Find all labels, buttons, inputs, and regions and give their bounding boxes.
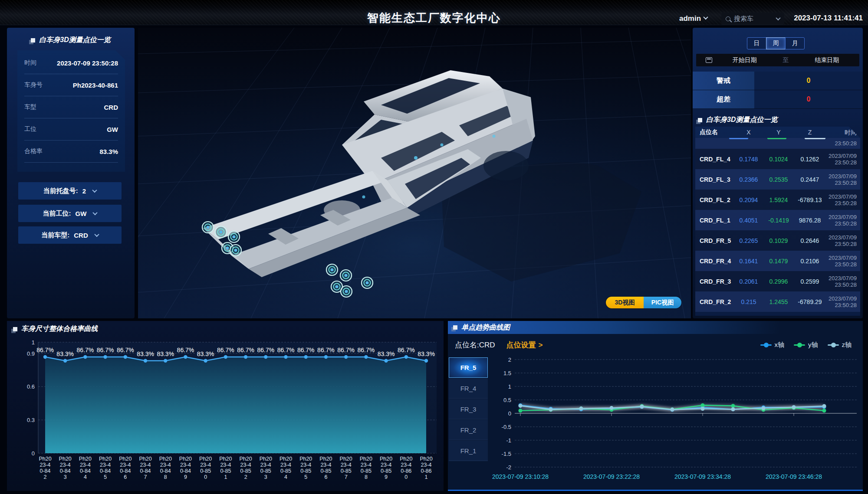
table-row[interactable]: CRD_FL_4 0.1748 0.1024 0.1262 2023/07/09… xyxy=(695,149,860,169)
cell-point-name: CRD_FR_2 xyxy=(695,298,733,305)
table-row[interactable]: CRD_FR_5 0.2265 0.1029 0.2646 2023/07/09… xyxy=(695,230,860,251)
cell-z: 0.2447 xyxy=(793,176,826,183)
table-row[interactable]: CRD_FR_2 0.215 1.2455 -6789.29 2023/07/0… xyxy=(695,291,860,312)
cell-z: -6789.29 xyxy=(793,298,826,305)
data-point[interactable] xyxy=(731,404,735,408)
data-point[interactable] xyxy=(701,407,705,411)
station-selector-value: GW xyxy=(76,210,87,217)
info-value: Ph2023-40-861 xyxy=(73,82,118,89)
search-icon xyxy=(726,16,730,21)
cell-z: 0.2599 xyxy=(793,278,826,285)
data-point[interactable] xyxy=(671,408,674,412)
data-point[interactable] xyxy=(519,409,523,412)
model-selector[interactable]: 当前车型: CRD xyxy=(18,226,122,244)
data-point[interactable] xyxy=(404,355,408,359)
data-point[interactable] xyxy=(224,355,227,359)
legend-item[interactable]: x轴 xyxy=(760,341,785,349)
data-point[interactable] xyxy=(144,359,147,363)
range-tab[interactable]: 月 xyxy=(785,37,805,49)
measurement-point-icon[interactable] xyxy=(230,245,241,256)
info-label: 时间 xyxy=(24,59,36,67)
data-point[interactable] xyxy=(519,404,523,408)
table-row[interactable]: CRD_FL_2 0.2094 1.5924 -6789.13 2023/07/… xyxy=(695,190,860,210)
pallet-selector[interactable]: 当前托盘号: 2 xyxy=(18,182,122,200)
measurement-point-icon[interactable] xyxy=(228,231,240,242)
cell-x: 0.2366 xyxy=(733,176,764,183)
measurement-point-icon[interactable] xyxy=(326,264,338,275)
station-selector[interactable]: 当前工位: GW xyxy=(18,205,122,222)
start-date-input[interactable]: 开始日期 xyxy=(712,56,777,64)
data-point[interactable] xyxy=(124,355,127,359)
x-tick-label: 1 xyxy=(425,474,428,480)
legend-item[interactable]: y轴 xyxy=(794,341,818,349)
data-point[interactable] xyxy=(184,355,187,359)
measurement-point-icon[interactable] xyxy=(340,270,352,281)
point-tab-fr_4[interactable]: FR_4 xyxy=(449,378,488,399)
x-tick-label: 5 xyxy=(104,474,107,480)
data-point[interactable] xyxy=(792,405,796,409)
pic-view-button[interactable]: PIC视图 xyxy=(644,297,681,308)
range-tab[interactable]: 日 xyxy=(747,37,766,49)
point-tab-fr_1[interactable]: FR_1 xyxy=(449,441,488,461)
data-point[interactable] xyxy=(164,359,167,363)
data-point[interactable] xyxy=(244,355,247,359)
table-row[interactable]: CRD_FL_3 0.2366 0.2535 0.2447 2023/07/09… xyxy=(695,169,860,190)
data-point[interactable] xyxy=(822,404,826,408)
data-point[interactable] xyxy=(384,359,388,363)
data-point[interactable] xyxy=(549,408,553,412)
point-tab-fr_2[interactable]: FR_2 xyxy=(449,420,488,440)
data-point[interactable] xyxy=(324,355,328,359)
data-point[interactable] xyxy=(364,355,368,359)
data-point[interactable] xyxy=(43,355,47,359)
data-point[interactable] xyxy=(640,405,644,409)
date-range-picker[interactable]: 开始日期 至 结束日期 xyxy=(696,54,859,66)
table-row-partial[interactable]: 23:50:28 xyxy=(695,138,860,149)
data-point[interactable] xyxy=(610,406,614,410)
data-point[interactable] xyxy=(731,407,735,411)
cell-point-name: CRD_FR_4 xyxy=(695,258,733,265)
data-point[interactable] xyxy=(579,406,583,410)
car-3d-viewport[interactable]: 3D视图PIC视图 xyxy=(138,28,691,318)
point-settings-link[interactable]: 点位设置> xyxy=(506,340,543,350)
data-point-label: 83.3% xyxy=(378,350,395,357)
search-input[interactable]: 搜索车 xyxy=(721,13,784,25)
data-point-label: 86.7% xyxy=(36,347,54,353)
data-point[interactable] xyxy=(284,355,287,359)
data-point[interactable] xyxy=(762,406,766,410)
x-tick-label: Ph20 xyxy=(360,456,372,462)
point-tab-fr_5[interactable]: FR_5 xyxy=(449,357,488,378)
y-tick-label: 1 xyxy=(32,339,35,346)
end-date-input[interactable]: 结束日期 xyxy=(795,56,860,64)
legend-item[interactable]: z轴 xyxy=(828,341,852,349)
range-tab[interactable]: 周 xyxy=(766,37,786,49)
data-point[interactable] xyxy=(424,359,428,363)
3d-view-button[interactable]: 3D视图 xyxy=(606,297,644,308)
data-point[interactable] xyxy=(103,355,107,359)
data-point[interactable] xyxy=(344,355,348,359)
table-row[interactable]: CRD_FL_1 0.4051 -0.1419 9876.28 2023/07/… xyxy=(695,210,860,230)
data-point[interactable] xyxy=(701,403,705,407)
table-row[interactable]: CRD_FR_3 0.2061 0.2996 0.2599 2023/07/09… xyxy=(695,271,860,291)
table-row[interactable]: CRD_FR_4 0.1641 0.1479 0.2106 2023/07/09… xyxy=(695,251,860,271)
x-tick-label: Ph20 xyxy=(380,456,392,462)
measurement-point-icon[interactable] xyxy=(202,222,214,233)
data-point[interactable] xyxy=(204,359,207,363)
point-tab-fr_3[interactable]: FR_3 xyxy=(449,399,488,419)
x-tick-label: 7 xyxy=(144,474,147,480)
x-tick-label: 0-84 xyxy=(180,468,191,474)
measurement-point-icon[interactable] xyxy=(362,277,373,288)
data-point[interactable] xyxy=(264,355,267,359)
data-point[interactable] xyxy=(63,359,67,363)
user-menu[interactable]: admin xyxy=(679,14,707,23)
cell-y: 1.5924 xyxy=(764,196,793,203)
cell-time: 2023/07/0923:50:28 xyxy=(826,275,860,288)
data-point[interactable] xyxy=(822,409,826,412)
warning-label: 警戒 xyxy=(693,72,754,90)
data-point[interactable] xyxy=(304,355,308,359)
data-point[interactable] xyxy=(83,355,87,359)
measurement-point-icon[interactable] xyxy=(215,226,227,238)
info-row: 车型 CRD xyxy=(24,96,118,118)
x-tick-label: 4 xyxy=(84,474,87,480)
point-name-label: 点位名:CRD xyxy=(455,340,495,350)
measurement-point-icon[interactable] xyxy=(341,286,352,297)
